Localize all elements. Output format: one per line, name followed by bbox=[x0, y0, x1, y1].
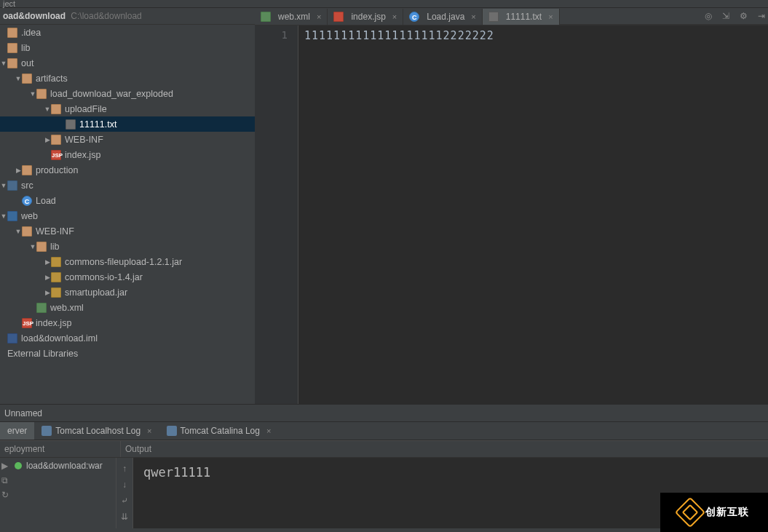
tool-tab[interactable]: Tomcat Catalina Log× bbox=[159, 422, 279, 440]
tree-node[interactable]: ▶production bbox=[0, 162, 255, 178]
editor-tab[interactable]: 11111.txt× bbox=[483, 9, 560, 25]
close-icon[interactable]: × bbox=[548, 12, 553, 21]
chevron-icon[interactable]: ▼ bbox=[29, 90, 36, 98]
editor-tab[interactable]: index.jsp× bbox=[328, 9, 403, 25]
tree-node[interactable]: 11111.txt bbox=[0, 116, 255, 132]
xml-icon bbox=[36, 303, 47, 313]
tree-label: out bbox=[21, 58, 33, 68]
folderblue-icon bbox=[7, 180, 17, 191]
run-config-label: Unnamed bbox=[4, 408, 42, 418]
server-icon bbox=[167, 426, 177, 436]
chevron-icon[interactable]: ▼ bbox=[44, 106, 51, 113]
tree-node[interactable]: web.xml bbox=[0, 300, 255, 315]
editor-text[interactable]: 11111111111111111112222222 bbox=[298, 25, 768, 404]
file-icon bbox=[66, 119, 76, 130]
tree-node[interactable]: JSPindex.jsp bbox=[0, 315, 255, 330]
tree-node[interactable]: ▶smartupload.jar bbox=[0, 285, 255, 300]
close-icon[interactable]: × bbox=[147, 426, 151, 435]
open-icon[interactable]: ⧉ bbox=[1, 475, 12, 485]
hide-icon[interactable]: ⇥ bbox=[758, 11, 765, 21]
project-tree[interactable]: .idealib▼out▼artifacts▼load_download_war… bbox=[0, 25, 255, 404]
chevron-icon[interactable]: ▼ bbox=[15, 228, 22, 235]
deployment-item[interactable]: load&download:war bbox=[13, 458, 116, 474]
toolbar-label: ject bbox=[3, 0, 15, 8]
chevron-icon[interactable]: ▶ bbox=[44, 258, 51, 266]
tree-node[interactable]: ▶commons-io-1.4.jar bbox=[0, 269, 255, 285]
tree-node[interactable]: lib bbox=[0, 40, 255, 55]
chevron-icon[interactable]: ▼ bbox=[29, 243, 36, 250]
chevron-icon[interactable]: ▶ bbox=[44, 274, 51, 281]
tool-window-tabs[interactable]: erverTomcat Localhost Log×Tomcat Catalin… bbox=[0, 422, 768, 440]
chevron-icon[interactable]: ▶ bbox=[44, 136, 51, 143]
scroll-icon[interactable]: ⇊ bbox=[121, 512, 128, 522]
run-config-bar[interactable]: Unnamed bbox=[0, 404, 768, 422]
breadcrumb-project[interactable]: oad&download bbox=[3, 11, 66, 21]
tab-label: web.xml bbox=[278, 12, 310, 22]
tree-node[interactable]: load&download.iml bbox=[0, 330, 255, 346]
tree-label: commons-io-1.4.jar bbox=[65, 272, 143, 282]
chevron-icon[interactable]: ▼ bbox=[0, 182, 7, 189]
tree-label: WEB-INF bbox=[36, 226, 74, 237]
project-toolbar: ject bbox=[0, 0, 768, 8]
folder-icon bbox=[36, 242, 47, 252]
editor-tab[interactable]: web.xml× bbox=[255, 9, 328, 25]
tree-node[interactable]: .idea bbox=[0, 25, 255, 40]
tree-label: load&download.iml bbox=[21, 333, 98, 344]
locate-icon[interactable]: ◎ bbox=[705, 11, 712, 21]
up-icon[interactable]: ↑ bbox=[122, 464, 127, 474]
chevron-icon[interactable]: ▼ bbox=[15, 75, 22, 82]
folder-icon bbox=[51, 104, 61, 114]
tool-tab[interactable]: Tomcat Localhost Log× bbox=[34, 422, 159, 440]
tree-node[interactable]: JSPindex.jsp bbox=[0, 147, 255, 162]
tree-label: 11111.txt bbox=[79, 119, 116, 130]
gear-icon[interactable]: ⚙ bbox=[740, 11, 748, 21]
tree-label: lib bbox=[21, 43, 31, 53]
brand-overlay: 创新互联 bbox=[660, 493, 768, 532]
tree-label: web.xml bbox=[50, 303, 84, 313]
gutter: 1 bbox=[255, 25, 298, 404]
tree-label: Load bbox=[36, 196, 56, 206]
tool-tab-label: erver bbox=[7, 426, 27, 436]
down-icon[interactable]: ↓ bbox=[122, 480, 127, 490]
chevron-icon[interactable]: ▼ bbox=[0, 60, 7, 67]
tree-node[interactable]: ▼artifacts bbox=[0, 71, 255, 86]
editor-area[interactable]: 1 11111111111111111112222222 bbox=[255, 25, 768, 404]
chevron-icon[interactable]: ▶ bbox=[44, 289, 51, 296]
collapse-icon[interactable]: ⇲ bbox=[722, 11, 729, 21]
folder-icon bbox=[36, 89, 47, 99]
tool-tab[interactable]: erver bbox=[0, 422, 34, 440]
tree-node[interactable]: ▼uploadFile bbox=[0, 101, 255, 116]
folder-icon bbox=[7, 58, 17, 68]
ok-status-icon bbox=[15, 462, 22, 469]
tree-node[interactable]: ▼src bbox=[0, 178, 255, 193]
brand-text: 创新互联 bbox=[705, 506, 749, 519]
cls-icon: C bbox=[409, 12, 419, 22]
tree-node[interactable]: ▼load_download_war_exploded bbox=[0, 86, 255, 101]
deployment-panel: ▶ ⧉ ↻ load&download:war bbox=[0, 458, 116, 528]
editor-tab[interactable]: CLoad.java× bbox=[403, 9, 482, 25]
folder-icon bbox=[7, 28, 17, 38]
tree-node[interactable]: ▼out bbox=[0, 55, 255, 71]
wrap-icon[interactable]: ⤶ bbox=[121, 496, 128, 506]
cls-icon: C bbox=[22, 196, 32, 206]
tree-node[interactable]: C Load bbox=[0, 193, 255, 208]
external-libraries[interactable]: External Libraries bbox=[0, 346, 255, 361]
tab-label: 11111.txt bbox=[506, 12, 542, 22]
tree-node[interactable]: ▼web bbox=[0, 208, 255, 223]
close-icon[interactable]: × bbox=[392, 12, 397, 21]
tree-node[interactable]: ▶WEB-INF bbox=[0, 132, 255, 147]
folder-icon bbox=[22, 226, 32, 237]
tree-node[interactable]: ▶commons-fileupload-1.2.1.jar bbox=[0, 254, 255, 269]
tree-node[interactable]: ▼lib bbox=[0, 239, 255, 254]
close-icon[interactable]: × bbox=[317, 12, 321, 21]
tree-label: .idea bbox=[21, 28, 41, 38]
close-icon[interactable]: × bbox=[471, 12, 475, 21]
breadcrumb-sep bbox=[67, 11, 69, 21]
folder-icon bbox=[51, 135, 61, 145]
chevron-icon[interactable]: ▶ bbox=[15, 167, 22, 174]
run-icon[interactable]: ▶ bbox=[1, 461, 12, 471]
close-icon[interactable]: × bbox=[266, 426, 271, 435]
tree-node[interactable]: ▼WEB-INF bbox=[0, 223, 255, 239]
chevron-icon[interactable]: ▼ bbox=[0, 213, 7, 220]
refresh-icon[interactable]: ↻ bbox=[1, 490, 12, 500]
